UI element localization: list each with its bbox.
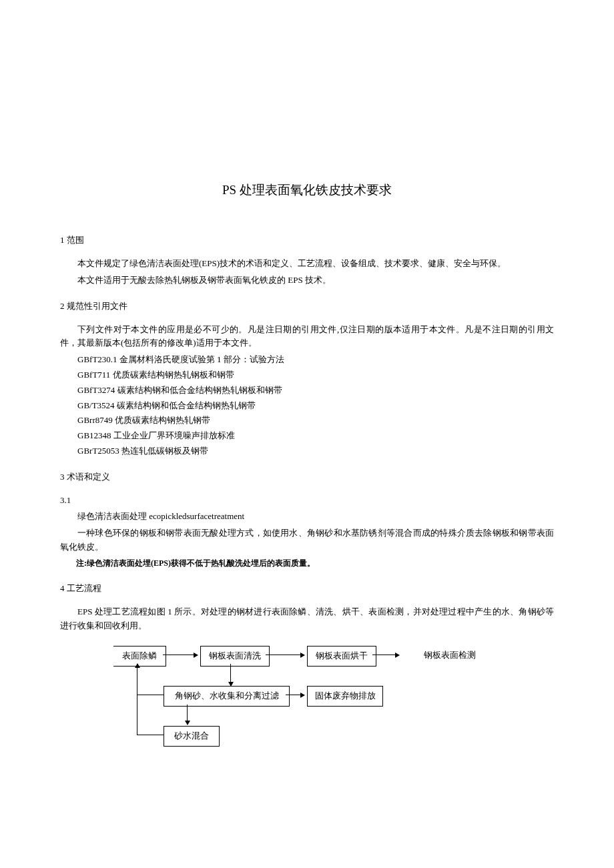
- page-title: PS 处理表面氧化铁皮技术要求: [60, 180, 554, 200]
- term-definition: 一种球色环保的钢板和钢带表面无酸处理方式，如使用水、角钢砂和水基防锈剂等混合而成…: [60, 526, 554, 554]
- line-icon: [137, 735, 164, 735]
- section-4-heading: 4 工艺流程: [60, 582, 554, 596]
- ref-item: GBfT3274 碳素结构钢和低合金结构钢热轧钢板和钢带: [60, 384, 554, 398]
- ref-item: GBrr8749 优质碳素结构钢热轧钢带: [60, 414, 554, 428]
- document-page: PS 处理表面氧化铁皮技术要求 1 范围 本文件规定了绿色清洁表面处理(EPS)…: [0, 0, 614, 826]
- section-3-heading: 3 术语和定义: [60, 470, 554, 484]
- arrow-icon: [372, 655, 399, 655]
- section-3-sub: 3.1: [60, 494, 554, 508]
- term-name: 绿色清洁表面处理 ecopickledsurfacetreatment: [60, 510, 554, 524]
- flow-box-dry: 钢板表面烘干: [307, 646, 376, 667]
- section-1-heading: 1 范围: [60, 234, 554, 248]
- arrow-icon: [187, 705, 188, 725]
- line-icon: [137, 695, 164, 695]
- ref-item: GBfT230.1 金属材料洛氏硬度试验第 1 部分：试验方法: [60, 353, 554, 367]
- flow-label-inspect: 钢板表面检测: [424, 648, 476, 663]
- arrow-icon: [230, 681, 231, 686]
- section-4-para: EPS 处理工艺流程如图 1 所示。对处理的钢材进行表面除鳞、清洗、烘干、表面检…: [60, 605, 554, 633]
- ref-item: GB12348 工业企业厂界环境噪声排放标准: [60, 429, 554, 443]
- line-icon: [137, 664, 137, 691]
- arrow-icon: [286, 695, 304, 695]
- flow-box-clean: 钢板表面清洗: [200, 646, 270, 667]
- flowchart: 表面除鳞 钢板表面清洗 钢板表面烘干 钢板表面检测 角钢砂、水收集和分离过滤 固…: [93, 646, 521, 759]
- section-2-intro: 下列文件对于本文件的应用是必不可少的。凡是注日期的引用文件,仅注日期的版本适用于…: [60, 323, 554, 351]
- flow-box-collect: 角钢砂、水收集和分离过滤: [164, 686, 290, 707]
- arrow-icon: [163, 655, 198, 655]
- term-note: 注:绿色清洁表面处埋(EPS)获得不低于热轧酸洗处埋后的表面质量。: [60, 557, 554, 570]
- arrow-icon: [266, 655, 304, 655]
- section-1-para-2: 本文件适用于无酸去除热轧钢板及钢带表面氧化铁皮的 EPS 技术。: [60, 274, 554, 288]
- line-icon: [230, 664, 231, 681]
- line-icon: [137, 691, 137, 735]
- flow-box-waste: 固体废弃物排放: [307, 686, 383, 707]
- section-2-heading: 2 规范性引用文件: [60, 300, 554, 314]
- ref-item: GBfT711 优质碳素结构钢热轧钢板和钢带: [60, 368, 554, 382]
- ref-item: GB/T3524 碳素结构钢和低合金结构钢热轧钢带: [60, 399, 554, 413]
- ref-item: GBrT25053 热连轧低碳钢板及钢带: [60, 444, 554, 458]
- section-1-para-1: 本文件规定了绿色清洁表面处理(EPS)技术的术语和定义、工艺流程、设备组成、技术…: [60, 257, 554, 271]
- flow-box-mix: 砂水混合: [164, 726, 220, 747]
